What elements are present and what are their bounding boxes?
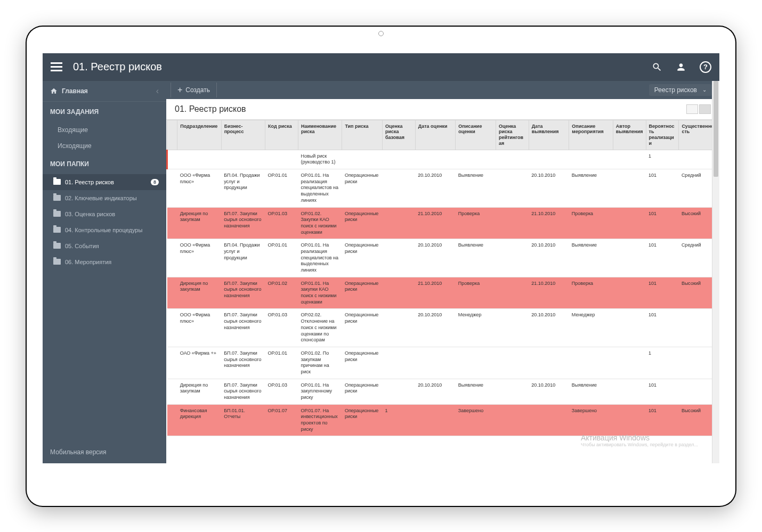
view-card-button[interactable]	[699, 104, 711, 114]
table-cell: 20.10.2010	[415, 309, 456, 347]
column-header-12[interactable]: Автор выявления	[613, 120, 646, 150]
table-cell	[382, 150, 415, 169]
table-cell: БП.07. Закупки сырья основного назначени…	[221, 309, 265, 347]
table-cell	[613, 347, 646, 379]
table-cell: ОР.01.03	[265, 379, 298, 404]
help-icon[interactable]: ?	[700, 61, 711, 73]
sidebar-section-folders: МОИ ПАПКИ	[43, 154, 166, 174]
sidebar-item-outbox[interactable]: Исходящие	[43, 138, 166, 154]
table-cell	[382, 347, 415, 379]
table-cell: 101	[646, 239, 679, 277]
table-cell	[569, 150, 613, 169]
column-header-2[interactable]: Бизнес-процесс	[221, 120, 265, 150]
table-cell	[167, 404, 177, 436]
column-header-8[interactable]: Описание оценки	[456, 120, 496, 150]
folder-label: 04. Контрольные процедуры	[65, 227, 159, 233]
table-cell	[496, 207, 529, 239]
column-header-11[interactable]: Описание мероприятия	[569, 120, 613, 150]
table-cell: Дирекция по закупкам	[177, 277, 221, 309]
sidebar-folder-3[interactable]: 04. Контрольные процедуры	[43, 222, 166, 238]
table-cell: 101	[646, 379, 679, 404]
table-row[interactable]: ОАО «Фирма +»БП.07. Закупки сырья основн…	[167, 347, 719, 379]
table-cell: 1	[382, 404, 415, 436]
column-header-13[interactable]: Вероятность реализации	[646, 120, 679, 150]
sidebar-folder-2[interactable]: 03. Оценка рисков	[43, 206, 166, 222]
table-cell: БП.04. Продажи услуг и продукции	[221, 239, 265, 277]
sidebar-item-inbox[interactable]: Входящие	[43, 122, 166, 138]
table-cell	[382, 379, 415, 404]
sidebar-folder-0[interactable]: 01. Реестр рисков8	[43, 174, 166, 190]
table-cell: 1	[646, 347, 679, 379]
table-cell: Выявление	[569, 169, 613, 207]
table-cell	[496, 309, 529, 347]
table-cell: ОР.02.02. Отклонение на поиск с низкими …	[298, 309, 342, 347]
table-container[interactable]: ПодразделениеБизнес-процессКод рискаНаим…	[166, 119, 719, 463]
folder-icon	[53, 227, 61, 233]
sidebar-folder-4[interactable]: 05. События	[43, 238, 166, 254]
table-row[interactable]: ООО «Фирма плюс»БП.04. Продажи услуг и п…	[167, 239, 719, 277]
column-header-4[interactable]: Наименование риска	[298, 120, 342, 150]
table-cell	[496, 347, 529, 379]
sidebar-home-label: Главная	[62, 87, 156, 95]
table-row[interactable]: ООО «Фирма плюс»БП.07. Закупки сырья осн…	[167, 309, 719, 347]
plus-icon: +	[177, 86, 182, 94]
column-header-3[interactable]: Код риска	[265, 120, 298, 150]
table-cell: 101	[646, 169, 679, 207]
risk-table: ПодразделениеБизнес-процессКод рискаНаим…	[166, 120, 719, 437]
column-header-5[interactable]: Тип риска	[342, 120, 383, 150]
table-cell: 21.10.2010	[415, 207, 456, 239]
table-cell: Выявление	[569, 379, 613, 404]
mobile-version-link[interactable]: Мобильная версия	[43, 441, 166, 463]
sidebar-home[interactable]: Главная ‹	[43, 81, 166, 102]
folder-icon	[53, 259, 61, 265]
table-cell	[496, 169, 529, 207]
table-cell: ОР.01.01. На реализация специалистов на …	[298, 169, 342, 207]
column-header-0[interactable]	[167, 120, 177, 150]
table-cell	[382, 309, 415, 347]
column-header-9[interactable]: Оценка риска рейтинговая	[496, 120, 529, 150]
table-cell: ОР.01.07	[265, 404, 298, 436]
table-cell: ОАО «Фирма +»	[177, 347, 221, 379]
table-row[interactable]: ООО «Фирма плюс»БП.04. Продажи услуг и п…	[167, 169, 719, 207]
table-cell: БП.07. Закупки сырья основного назначени…	[221, 277, 265, 309]
column-header-10[interactable]: Дата выявления	[529, 120, 569, 150]
table-cell: Дирекция по закупкам	[177, 379, 221, 404]
column-header-6[interactable]: Оценка риска базовая	[382, 120, 415, 150]
folder-label: 02. Ключевые индикаторы	[65, 195, 159, 201]
sidebar-folder-5[interactable]: 06. Мероприятия	[43, 254, 166, 270]
table-cell: Проверка	[569, 207, 613, 239]
search-icon[interactable]	[652, 62, 662, 72]
create-button[interactable]: + Создать	[171, 83, 217, 97]
hamburger-icon[interactable]	[51, 62, 62, 71]
app-title: 01. Реестр рисков	[73, 61, 652, 73]
table-cell: ОР.01.01. На реализация специалистов на …	[298, 239, 342, 277]
table-cell	[613, 207, 646, 239]
vertical-scrollbar[interactable]	[712, 81, 719, 463]
table-cell: ОР.01.03	[265, 309, 298, 347]
view-list-button[interactable]	[686, 104, 698, 114]
table-row[interactable]: Новый риск (руководство 1)1	[167, 150, 719, 169]
table-cell	[167, 277, 177, 309]
breadcrumb-pill[interactable]: Реестр рисков ⌄	[649, 84, 712, 96]
table-cell	[382, 239, 415, 277]
table-cell	[382, 277, 415, 309]
table-row[interactable]: Дирекция по закупкамБП.07. Закупки сырья…	[167, 379, 719, 404]
table-cell: ОР.01.01	[265, 169, 298, 207]
sidebar-section-tasks: МОИ ЗАДАНИЯ	[43, 102, 166, 122]
table-cell: Операционные риски	[342, 169, 383, 207]
column-header-7[interactable]: Дата оценки	[415, 120, 456, 150]
table-row[interactable]: Дирекция по закупкамБП.07. Закупки сырья…	[167, 207, 719, 239]
home-icon	[50, 87, 58, 95]
scrollbar-thumb[interactable]	[714, 81, 718, 177]
table-cell	[415, 150, 456, 169]
table-row[interactable]: Финансовая дирекцияБП.01.01. ОтчетыОР.01…	[167, 404, 719, 436]
table-cell	[529, 150, 569, 169]
table-row[interactable]: Дирекция по закупкамБП.07. Закупки сырья…	[167, 277, 719, 309]
sidebar-folder-1[interactable]: 02. Ключевые индикаторы	[43, 190, 166, 206]
table-cell	[613, 150, 646, 169]
table-cell: 20.10.2010	[529, 379, 569, 404]
user-icon[interactable]	[676, 62, 686, 72]
table-cell: Выявление	[569, 239, 613, 277]
folder-icon	[53, 179, 61, 185]
column-header-1[interactable]: Подразделение	[177, 120, 221, 150]
